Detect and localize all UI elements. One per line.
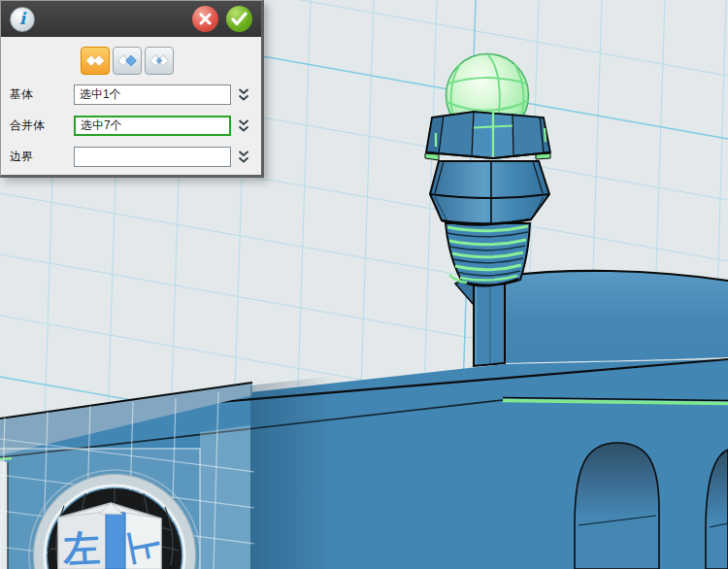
boolean-intersect-icon	[149, 53, 170, 69]
spire-bell[interactable]	[430, 161, 549, 225]
close-icon	[198, 12, 213, 26]
field-row-boundary: 边界	[10, 146, 252, 168]
boolean-subtract-icon	[116, 53, 138, 69]
boolean-mode-toolbar	[81, 47, 261, 75]
base-body-expand-button[interactable]	[235, 86, 252, 104]
info-icon[interactable]: i	[10, 7, 35, 32]
merge-body-input[interactable]	[74, 116, 231, 136]
spire-column[interactable]	[474, 276, 505, 366]
spire-hex-cap[interactable]	[425, 111, 550, 160]
arch-niche[interactable]	[575, 443, 659, 569]
base-body-label: 基体	[10, 86, 74, 103]
double-chevron-down-icon	[238, 88, 249, 102]
double-chevron-down-icon	[238, 119, 249, 133]
boundary-label: 边界	[10, 149, 74, 165]
boolean-intersect-button[interactable]	[145, 47, 174, 75]
viewcube-up-label[interactable]: 上	[122, 526, 165, 567]
merge-body-label: 合并体	[10, 117, 74, 134]
boolean-command-dialog: i	[0, 0, 264, 178]
boolean-subtract-button[interactable]	[113, 47, 142, 75]
boolean-union-button[interactable]	[81, 47, 110, 75]
boolean-union-icon	[84, 53, 106, 69]
viewcube-left-label[interactable]: 左	[61, 527, 101, 569]
cad-application-window: 左 上 i	[0, 0, 728, 569]
field-row-base: 基体	[10, 84, 252, 106]
base-body-input[interactable]	[74, 84, 231, 105]
check-icon	[231, 12, 248, 26]
dialog-titlebar[interactable]: i	[1, 1, 261, 37]
confirm-button[interactable]	[226, 6, 252, 32]
merge-body-expand-button[interactable]	[235, 117, 252, 135]
boundary-input[interactable]	[74, 147, 231, 167]
double-chevron-down-icon	[238, 151, 249, 164]
cancel-button[interactable]	[192, 6, 218, 32]
viewcube-highlighted-edge[interactable]	[106, 512, 125, 569]
boundary-expand-button[interactable]	[235, 149, 252, 166]
field-row-merge: 合并体	[10, 115, 252, 137]
